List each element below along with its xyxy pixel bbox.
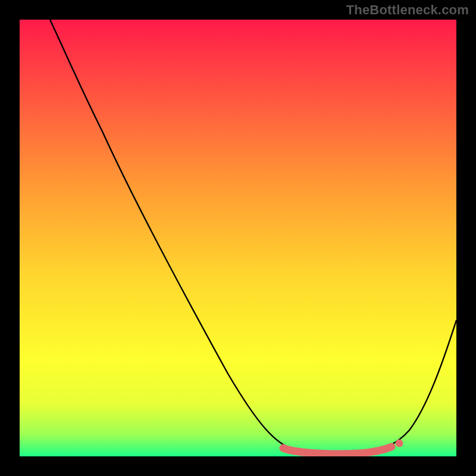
attribution-label: TheBottleneck.com [346, 2, 469, 18]
optimal-zone-end-dot [396, 440, 403, 447]
chart-frame: TheBottleneck.com [0, 0, 476, 476]
chart-svg [20, 20, 456, 456]
optimal-zone-highlight [283, 447, 392, 454]
plot-area [20, 20, 456, 456]
bottleneck-curve-line [50, 20, 456, 454]
